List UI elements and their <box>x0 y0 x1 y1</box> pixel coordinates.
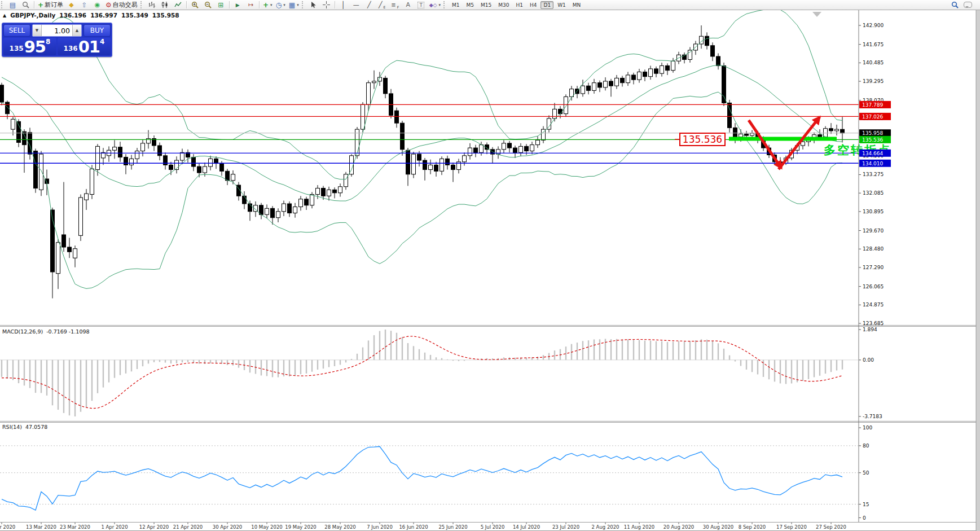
bar-chart-button[interactable] <box>146 0 159 10</box>
zoom-in-icon <box>191 1 199 8</box>
chevron-down-icon: ▾ <box>283 3 285 7</box>
crosshair-button[interactable] <box>320 0 333 10</box>
search-button[interactable] <box>948 0 961 10</box>
date-tick-label: 25 Jun 2020 <box>438 524 467 530</box>
periods-button[interactable]: ◷▾ <box>274 0 287 10</box>
sell-button[interactable]: SELL <box>3 24 30 37</box>
fibonacci-icon: ≣ <box>391 2 395 8</box>
tab-timeframe-M1[interactable]: M1 <box>449 1 463 9</box>
channel-button[interactable]: ╱E <box>376 0 389 10</box>
trend-arrow[interactable] <box>779 117 820 169</box>
price-tick-label: 130.895 <box>863 209 884 214</box>
buy-price-pips: 01 <box>78 40 100 54</box>
line-chart-icon <box>174 1 182 8</box>
toolbar-grip[interactable] <box>443 1 447 8</box>
rsi-axis-label: 50 <box>863 470 869 476</box>
svg-text:137.789: 137.789 <box>862 102 883 108</box>
toolbar-grip[interactable] <box>140 1 144 8</box>
macd-label-row: MACD(12,26,9) -0.7169 -1.1098 <box>2 328 90 335</box>
date-axis[interactable]: 4 Mar 202013 Mar 202023 Mar 20201 Apr 20… <box>0 523 846 530</box>
tab-timeframe-W1[interactable]: W1 <box>555 1 569 9</box>
horizontal-line-button[interactable]: — <box>350 0 363 10</box>
sell-price[interactable]: 135 95 8 <box>3 38 56 55</box>
line-chart-button[interactable] <box>172 0 184 10</box>
toolbar-grip[interactable] <box>302 1 306 8</box>
tab-timeframe-M15[interactable]: M15 <box>478 1 494 9</box>
tab-timeframe-D1[interactable]: D1 <box>540 1 553 9</box>
indicator-plus-icon: + <box>263 1 269 9</box>
volume-increase-button[interactable]: ▲ <box>72 25 81 36</box>
chevron-down-icon: ▾ <box>270 3 273 7</box>
auto-scroll-button[interactable]: ▶ <box>231 0 244 10</box>
autotrade-button[interactable]: ⚙ 自动交易 <box>104 0 139 10</box>
chart-canvas[interactable]: 135.536多空转折点142.900141.675140.485139.295… <box>0 0 980 531</box>
buy-price[interactable]: 136 01 4 <box>58 38 111 55</box>
toolbar-grip[interactable] <box>1 1 5 8</box>
ohlc-high: 136.997 <box>90 12 117 19</box>
chart-shift-button[interactable]: ↦ <box>244 0 257 10</box>
vertical-line-button[interactable]: │ <box>337 0 350 10</box>
svg-text:134.664: 134.664 <box>862 151 883 156</box>
date-tick-label: 16 Jun 2020 <box>399 524 428 530</box>
cursor-button[interactable] <box>307 0 320 10</box>
ohlc-close: 135.958 <box>152 12 179 19</box>
collapse-panel-icon[interactable]: ▲ <box>3 13 6 18</box>
price-tick-label: 127.290 <box>863 265 884 270</box>
macd-axis-label: 0.00 <box>863 357 874 363</box>
upload-icon: ⇧ <box>82 1 87 9</box>
profile-magnifier-icon <box>22 1 29 8</box>
horizontal-line-icon: — <box>353 1 359 8</box>
rsi-label: RSI(14) <box>2 424 22 430</box>
candlestick-button[interactable] <box>159 0 172 10</box>
shapes-button[interactable]: ◆◇▾ <box>428 0 442 10</box>
one-click-trading-panel: SELL ▼ ▲ BUY 135 95 8 136 01 4 <box>2 23 112 57</box>
publish-button[interactable]: ⇧ <box>78 0 91 10</box>
new-chart-button[interactable]: ▤ <box>6 0 19 10</box>
new-order-button[interactable]: + 新订单 <box>36 0 65 10</box>
price-tick-label: 139.295 <box>863 78 884 84</box>
trend-arrow[interactable] <box>749 120 781 168</box>
toolbar: ▤ + 新订单 ◆ ⇧ ◉ ⚙ 自动交易 ⊞ ▶ ↦ +▾ ◷▾ ▦▾ │ — <box>0 0 980 10</box>
ohlc-low: 135.349 <box>121 12 148 19</box>
add-indicator-button[interactable]: +▾ <box>261 0 274 10</box>
tab-timeframe-H1[interactable]: H1 <box>513 1 526 9</box>
price-axis[interactable]: 142.900141.675140.485139.295138.070136.8… <box>859 10 891 522</box>
volume-decrease-button[interactable]: ▼ <box>33 25 42 36</box>
tab-timeframe-MN[interactable]: MN <box>570 1 584 9</box>
gray-triangle-marker[interactable] <box>812 12 821 17</box>
text-label-button[interactable]: T <box>415 0 428 10</box>
volume-input[interactable] <box>42 25 72 36</box>
zoom-in-button[interactable] <box>188 0 201 10</box>
trendline-button[interactable]: ╱ <box>363 0 376 10</box>
bollinger-band <box>2 92 842 288</box>
autotrade-label: 自动交易 <box>113 1 138 9</box>
date-tick-label: 4 Mar 2020 <box>0 524 15 530</box>
tile-windows-button[interactable]: ⊞ <box>214 0 227 10</box>
text-button[interactable]: A <box>402 0 415 10</box>
date-tick-label: 10 May 2020 <box>251 524 282 530</box>
price-tick-label: 140.485 <box>863 60 884 65</box>
buy-button[interactable]: BUY <box>84 24 111 37</box>
chart-styler-button[interactable]: ◆ <box>65 0 78 10</box>
signals-button[interactable]: ◉ <box>91 0 104 10</box>
date-tick-label: 23 Jul 2020 <box>552 524 579 530</box>
tile-windows-icon: ⊞ <box>218 1 223 9</box>
tab-timeframe-M5[interactable]: M5 <box>464 1 477 9</box>
date-tick-label: 8 Sep 2020 <box>739 524 766 530</box>
fibonacci-button[interactable]: ≣F <box>389 0 402 10</box>
tab-timeframe-M30[interactable]: M30 <box>495 1 512 9</box>
zoom-out-icon <box>204 1 212 8</box>
window-right-edge <box>976 10 980 531</box>
cursor-arrow-icon <box>310 1 317 8</box>
date-tick-label: 12 Apr 2020 <box>139 524 169 530</box>
templates-button[interactable]: ▦▾ <box>287 0 301 10</box>
bollinger-band <box>2 9 842 179</box>
price-tick-label: 132.085 <box>863 190 884 196</box>
rsi-axis-label: 100 <box>863 425 872 431</box>
chat-button[interactable] <box>961 0 974 10</box>
macd-axis-label: -3.7183 <box>863 414 882 419</box>
zoom-out-button[interactable] <box>201 0 214 10</box>
tab-timeframe-H4[interactable]: H4 <box>527 1 540 9</box>
chart-profiles-button[interactable] <box>19 0 32 10</box>
rsi-label-row: RSI(14) 47.0578 <box>2 424 47 430</box>
